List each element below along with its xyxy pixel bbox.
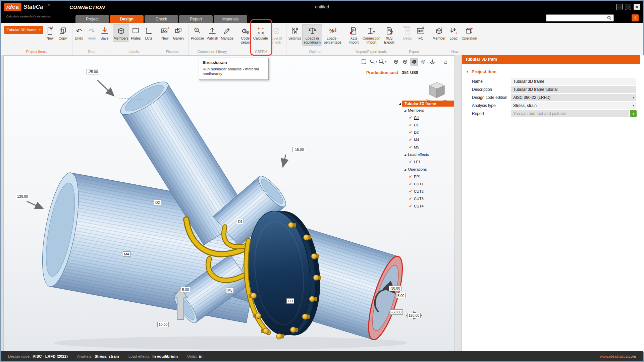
checkbox-checked-icon[interactable]: ✔ [409,145,412,149]
tree-item-d2[interactable]: ✔D2 [399,129,454,136]
selection-mode-icon[interactable]: ▾ [378,58,387,66]
checkbox-checked-icon[interactable]: ✔ [409,116,412,120]
load-label[interactable]: -30.00 [389,286,401,291]
tree-item-cut2[interactable]: ✔CUT2 [399,188,454,195]
labels-members-button[interactable]: Members [113,24,129,42]
overall-check-button[interactable]: Overall check [268,24,285,46]
load-label[interactable]: 5.00 [181,287,190,292]
checkbox-checked-icon[interactable]: ✔ [409,130,412,134]
wireframe-view-icon[interactable] [392,58,400,66]
properties-section-header[interactable]: ▼ Project item [466,69,644,74]
close-button[interactable]: × [634,4,640,10]
collapse-icon[interactable]: ◢ [404,109,406,112]
website-link[interactable]: www.ideastatica.com [600,354,636,358]
checkbox-checked-icon[interactable]: ✔ [409,197,412,201]
collapse-icon[interactable]: ▼ [466,70,469,73]
tree-item-cut3[interactable]: ✔CUT3 [399,195,454,202]
zoom-extents-icon[interactable] [360,58,368,66]
workplane-view-icon[interactable] [428,58,436,66]
tree-item-m5[interactable]: ✔M5 [399,143,454,151]
tree-item-le1[interactable]: ✔LE1 [399,158,454,166]
load-label[interactable]: -50.00 [390,309,403,315]
picture-new-button[interactable]: + New [159,24,171,42]
propose-button[interactable]: + Propose [190,24,205,42]
analysis-type-dropdown[interactable]: Stress, strain ▾ [511,102,636,109]
labels-plates-button[interactable]: Plates [130,24,142,42]
tree-item-d1[interactable]: ✔D1 [399,121,454,129]
redo-button[interactable]: ↷ Redo [86,24,98,42]
manage-button[interactable]: Manage [220,24,234,42]
labels-lcs-button[interactable]: LCS [143,24,155,42]
tab-report[interactable]: Report [179,15,213,23]
load-label[interactable]: 10.00 [157,322,169,327]
report-add-button[interactable]: + [630,110,637,117]
xls-export-button[interactable]: XLS XLS Export [381,24,397,46]
description-field[interactable]: Tubular 3D frame tutorial [511,86,636,93]
member-label[interactable]: M5 [226,288,234,293]
minimize-button[interactable]: − [616,4,623,10]
member-label[interactable]: D2 [154,200,161,205]
solid-view-icon[interactable] [410,58,418,66]
checkbox-checked-icon[interactable]: ✔ [409,204,412,208]
ifc-export-button[interactable]: IFC+ IFC [415,24,427,42]
undo-button[interactable]: ↶ Undo [73,24,85,42]
home-view-icon[interactable]: ⌂ [442,58,450,66]
new-load-button[interactable]: + Load [447,24,460,42]
tree-item-pp1[interactable]: ✔PP1 [399,173,454,180]
save-button[interactable]: Save [99,24,111,42]
transparent-view-icon[interactable] [419,58,427,66]
connection-import-button[interactable]: Connection Import [363,24,380,46]
member-label[interactable]: M4 [123,251,130,257]
tab-check[interactable]: Check [145,15,178,23]
design-code-dropdown[interactable]: AISC 360-22 (LRFD) ▾ [511,94,636,101]
member-label[interactable]: CH [286,298,294,304]
viewport[interactable]: -25.00 130.00 -15.00 D2 D1 M4 M5 CH 10.0… [3,55,455,352]
project-item-dropdown[interactable]: Tubular 3D frame ▾ [4,26,43,34]
load-label[interactable]: -25.00 [87,69,99,74]
load-label[interactable]: 120.00 [407,313,421,318]
tree-item-cut4[interactable]: ✔CUT4 [399,202,454,210]
code-setup-button[interactable]: ⚙⚙ Code setup [237,24,253,46]
name-field[interactable]: Tubular 3D frame [511,78,636,85]
tab-materials[interactable]: Materials [214,15,247,23]
checkbox-checked-icon[interactable]: ✔ [409,138,412,142]
report-field[interactable]: You can add text and pictures [511,110,629,117]
hidden-line-view-icon[interactable] [401,58,409,66]
load-label[interactable]: 130.00 [16,194,29,199]
tree-root-expander-icon[interactable]: ◢ [399,102,401,105]
tree-item-m4[interactable]: ✔M4 [399,136,454,143]
tree-item-ch[interactable]: ✔CH [399,114,454,121]
checkbox-checked-icon[interactable]: ✔ [409,160,412,164]
panel-splitter[interactable] [455,55,462,352]
tree-section-operations[interactable]: ◢ Operations [399,166,454,173]
picture-gallery-button[interactable]: Gallery [172,24,185,42]
3d-scene-canvas[interactable] [4,56,455,352]
checkbox-checked-icon[interactable]: ✔ [409,175,412,179]
detail-export-button[interactable]: BETA Detail [402,24,414,42]
new-operation-button[interactable]: + Operation [460,24,478,42]
tree-item-cut1[interactable]: ✔CUT1 [399,180,454,188]
loads-percentage-button[interactable]: % Loads - percentage [323,24,342,46]
xls-import-button[interactable]: XLS XLS Import [345,24,362,46]
info-button[interactable]: i [632,14,639,21]
collapse-icon[interactable]: ◢ [404,168,406,171]
publish-button[interactable]: Publish [206,24,219,42]
member-label[interactable]: D1 [237,219,244,224]
checkbox-checked-icon[interactable]: ✔ [409,182,412,186]
checkbox-checked-icon[interactable]: ✔ [409,123,412,127]
tree-section-members[interactable]: ◢ Members [399,107,454,114]
calculate-button[interactable]: +−×= Calculate [254,24,267,42]
new-member-button[interactable]: + Member [431,24,447,42]
tab-project[interactable]: Project [75,15,109,23]
new-project-item-button[interactable]: + New [44,24,56,42]
settings-button[interactable]: Settings [288,24,302,42]
search-input[interactable] [546,15,607,21]
loads-equilibrium-button[interactable]: Loads in equilibrium [302,24,322,46]
collapse-icon[interactable]: ◢ [404,153,406,156]
tree-root-item[interactable]: Tubular 3D frame [402,101,454,107]
load-label[interactable]: -15.00 [292,147,305,152]
load-label[interactable]: 5.00 [396,293,406,298]
zoom-window-icon[interactable]: ▾ [369,58,377,66]
maximize-button[interactable]: □ [625,4,631,10]
tree-section-load-effects[interactable]: ◢ Load effects [399,151,454,158]
